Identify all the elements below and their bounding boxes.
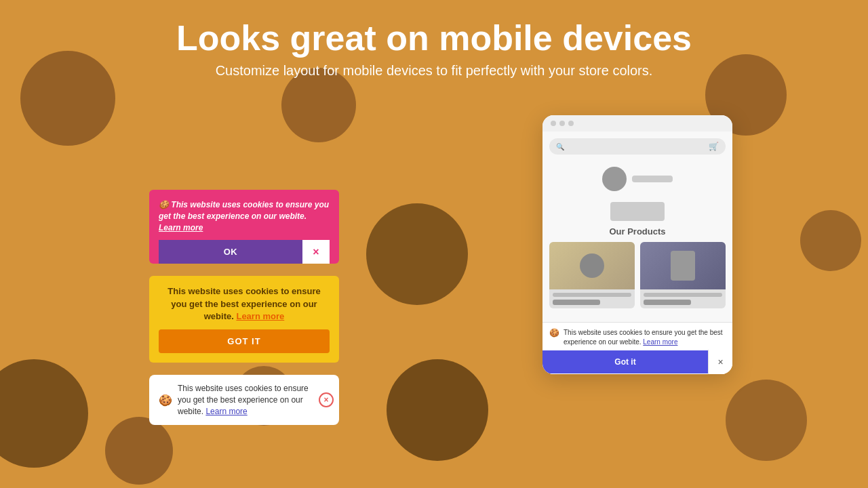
- banner-1-text: 🍪 This website uses cookies to ensure yo…: [159, 199, 330, 233]
- phone-product-2[interactable]: [640, 242, 726, 308]
- phone-hero-bar: [610, 202, 665, 221]
- phone-products-grid: [549, 242, 726, 308]
- phone-product-1-info: [549, 289, 635, 308]
- phone-product-1-name: [553, 293, 631, 297]
- cookie-banner-1: 🍪 This website uses cookies to ensure yo…: [149, 190, 339, 264]
- phone-product-2-info: [640, 289, 726, 308]
- bg-circle-8: [726, 380, 807, 461]
- phone-mockup: 🔍 🛒 Our Products: [542, 115, 732, 374]
- phone-cart-icon: 🛒: [709, 142, 719, 151]
- phone-cookie-actions: Got it ×: [542, 350, 732, 374]
- phone-titlebar: [542, 115, 732, 131]
- banners-column: 🍪 This website uses cookies to ensure yo…: [149, 190, 339, 425]
- phone-cookie-text: This website uses cookies to ensure you …: [564, 328, 726, 347]
- phone-product-2-name: [644, 293, 722, 297]
- phone-got-it-button[interactable]: Got it: [542, 350, 708, 373]
- banner-2-text: This website uses cookies to ensure you …: [159, 285, 330, 323]
- phone-product-2-img: [640, 242, 726, 289]
- page-title: Looks great on mobile devices: [0, 19, 868, 58]
- bg-circle-3: [387, 359, 488, 461]
- banner-3-learn-more[interactable]: Learn more: [205, 407, 247, 416]
- banner-2-learn-more[interactable]: Learn more: [236, 311, 284, 321]
- cookie-banner-3: 🍪 This website uses cookies to ensure yo…: [149, 375, 339, 425]
- bg-circle-9: [105, 417, 173, 485]
- bg-circle-2: [281, 68, 356, 142]
- bg-circle-7: [366, 203, 468, 305]
- phone-product-1[interactable]: [549, 242, 635, 308]
- page-header: Looks great on mobile devices Customize …: [0, 0, 868, 79]
- page-subtitle: Customize layout for mobile devices to f…: [0, 63, 868, 79]
- titlebar-dot-1: [551, 121, 556, 126]
- phone-products-title: Our Products: [549, 226, 726, 237]
- bg-circle-6: [0, 359, 88, 468]
- banner-2-got-it-button[interactable]: GOT IT: [159, 329, 330, 353]
- cookie-banner-2: This website uses cookies to ensure you …: [149, 276, 339, 363]
- phone-product-1-img: [549, 242, 635, 289]
- cookie-icon-3: 🍪: [159, 394, 172, 407]
- titlebar-dot-3: [568, 121, 574, 126]
- banner-3-close-button[interactable]: ×: [319, 392, 334, 407]
- titlebar-dot-2: [559, 121, 565, 126]
- phone-cookie-icon: 🍪: [549, 328, 559, 338]
- banner-1-close-button[interactable]: ×: [302, 240, 330, 264]
- phone-product-2-price: [644, 300, 691, 305]
- phone-brand-name: [632, 176, 673, 182]
- banner-1-actions: OK ×: [159, 240, 330, 264]
- phone-product-1-price: [553, 300, 600, 305]
- banner-3-text: This website uses cookies to ensure you …: [178, 383, 312, 417]
- phone-search-icon: 🔍: [556, 143, 564, 150]
- banner-1-ok-button[interactable]: OK: [159, 240, 302, 264]
- phone-close-button[interactable]: ×: [708, 350, 732, 374]
- phone-brand: [549, 161, 726, 197]
- banner-1-learn-more[interactable]: Learn more: [159, 223, 203, 232]
- bg-circle-5: [800, 210, 861, 271]
- phone-searchbar[interactable]: 🔍 🛒: [549, 138, 726, 155]
- phone-cookie-bar: 🍪 This website uses cookies to ensure yo…: [542, 322, 732, 374]
- phone-cookie-learn-more[interactable]: Learn more: [643, 338, 677, 346]
- phone-cookie-text-row: 🍪 This website uses cookies to ensure yo…: [542, 323, 732, 350]
- phone-body: 🔍 🛒 Our Products: [542, 131, 732, 322]
- phone-brand-avatar: [602, 167, 627, 191]
